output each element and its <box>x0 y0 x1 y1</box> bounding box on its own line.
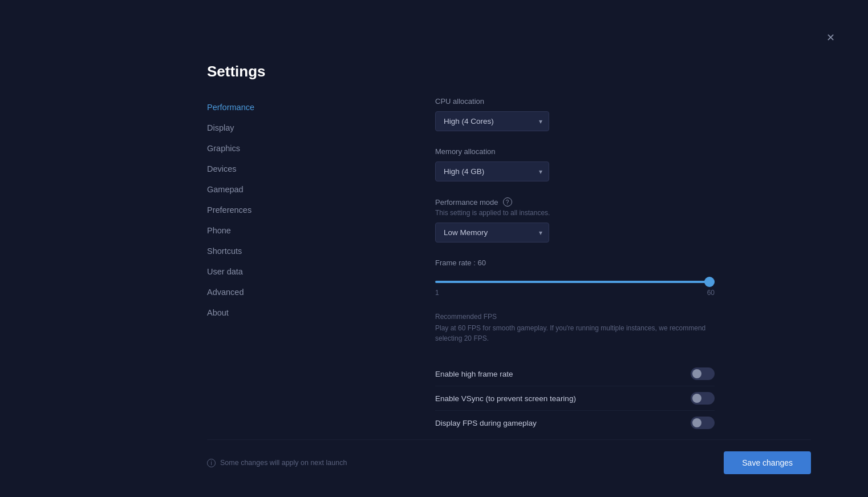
performance-mode-description: This setting is applied to all instances… <box>435 209 788 217</box>
memory-allocation-select[interactable]: Low (1 GB)Medium (2 GB)High (4 GB)Very H… <box>435 161 549 181</box>
frame-rate-slider-container <box>435 275 788 285</box>
memory-allocation-section: Memory allocation Low (1 GB)Medium (2 GB… <box>435 147 788 181</box>
footer-note: i Some changes will apply on next launch <box>207 459 347 467</box>
performance-mode-header: Performance mode ? <box>435 197 788 207</box>
cpu-allocation-select-wrapper: Low (1 Core)Medium (2 Cores)High (4 Core… <box>435 111 549 131</box>
sidebar-item-performance[interactable]: Performance <box>207 97 310 118</box>
toggle-label-high-frame-rate: Enable high frame rate <box>435 370 513 378</box>
slider-range-labels: 1 60 <box>435 289 715 297</box>
close-icon: ✕ <box>826 31 835 44</box>
sidebar-item-advanced[interactable]: Advanced <box>207 282 310 302</box>
frame-rate-label: Frame rate : 60 <box>435 258 788 267</box>
performance-mode-section: Performance mode ? This setting is appli… <box>435 197 788 243</box>
content-area: CPU allocation Low (1 Core)Medium (2 Cor… <box>310 97 811 474</box>
footer-bar: i Some changes will apply on next launch… <box>207 439 811 474</box>
toggle-row-vsync: Enable VSync (to prevent screen tearing) <box>435 386 715 411</box>
toggle-high-frame-rate[interactable] <box>691 367 715 380</box>
frame-rate-slider[interactable] <box>435 281 715 283</box>
sidebar-item-shortcuts[interactable]: Shortcuts <box>207 241 310 261</box>
toggle-row-display-fps: Display FPS during gameplay <box>435 411 715 435</box>
save-button[interactable]: Save changes <box>724 451 811 474</box>
recommended-fps-section: Recommended FPS Play at 60 FPS for smoot… <box>435 313 788 344</box>
frame-rate-section: Frame rate : 60 1 60 <box>435 258 788 297</box>
close-button[interactable]: ✕ <box>822 30 838 46</box>
cpu-allocation-section: CPU allocation Low (1 Core)Medium (2 Cor… <box>435 97 788 131</box>
toggle-label-vsync: Enable VSync (to prevent screen tearing) <box>435 394 576 403</box>
cpu-allocation-select[interactable]: Low (1 Core)Medium (2 Cores)High (4 Core… <box>435 111 549 131</box>
settings-layout: PerformanceDisplayGraphicsDevicesGamepad… <box>207 63 811 474</box>
toggle-vsync[interactable] <box>691 392 715 405</box>
sidebar-item-graphics[interactable]: Graphics <box>207 138 310 159</box>
performance-mode-select[interactable]: Low MemoryBalancedHigh Performance <box>435 223 549 243</box>
sidebar-item-about[interactable]: About <box>207 302 310 323</box>
performance-mode-select-wrapper: Low MemoryBalancedHigh Performance ▾ <box>435 223 549 243</box>
toggle-display-fps[interactable] <box>691 417 715 429</box>
sidebar-item-display[interactable]: Display <box>207 118 310 138</box>
memory-allocation-label: Memory allocation <box>435 147 788 156</box>
sidebar: PerformanceDisplayGraphicsDevicesGamepad… <box>207 97 310 474</box>
recommended-fps-description: Play at 60 FPS for smooth gameplay. If y… <box>435 323 715 344</box>
frame-rate-label-prefix: Frame rate : <box>435 258 477 267</box>
recommended-fps-title: Recommended FPS <box>435 313 788 321</box>
memory-allocation-select-wrapper: Low (1 GB)Medium (2 GB)High (4 GB)Very H… <box>435 161 549 181</box>
sidebar-item-preferences[interactable]: Preferences <box>207 200 310 220</box>
footer-note-text: Some changes will apply on next launch <box>220 459 347 467</box>
frame-rate-value: 60 <box>477 258 485 267</box>
slider-min-label: 1 <box>435 289 439 297</box>
footer-info-icon: i <box>207 459 216 467</box>
performance-mode-help-icon[interactable]: ? <box>503 197 512 207</box>
cpu-allocation-label: CPU allocation <box>435 97 788 106</box>
sidebar-item-user-data[interactable]: User data <box>207 261 310 282</box>
sidebar-item-phone[interactable]: Phone <box>207 220 310 241</box>
toggle-label-display-fps: Display FPS during gameplay <box>435 419 537 427</box>
toggles-container: Enable high frame rateEnable VSync (to p… <box>435 362 788 435</box>
sidebar-item-gamepad[interactable]: Gamepad <box>207 179 310 200</box>
performance-mode-label: Performance mode <box>435 198 498 207</box>
toggle-row-high-frame-rate: Enable high frame rate <box>435 362 715 386</box>
slider-max-label: 60 <box>707 289 715 297</box>
sidebar-item-devices[interactable]: Devices <box>207 159 310 179</box>
